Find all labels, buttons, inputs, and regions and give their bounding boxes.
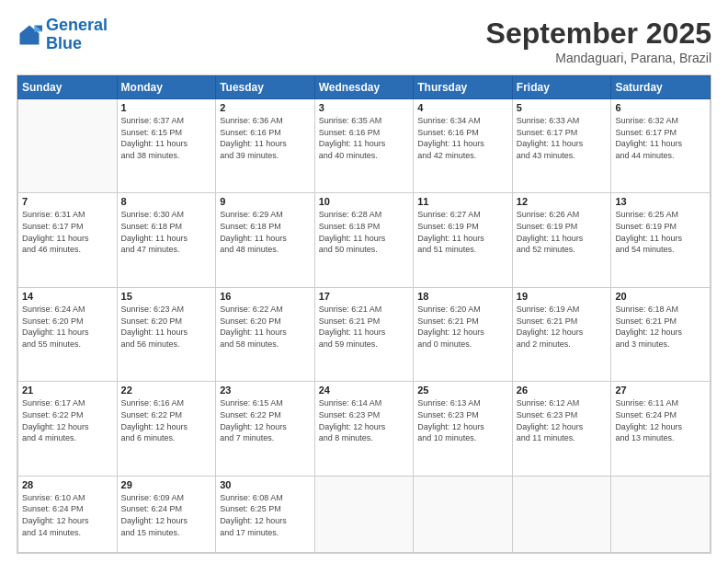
day-info: Sunrise: 6:31 AM Sunset: 6:17 PM Dayligh… (22, 209, 113, 255)
day-info: Sunrise: 6:23 AM Sunset: 6:20 PM Dayligh… (121, 304, 212, 350)
cell-1-4: 11Sunrise: 6:27 AM Sunset: 6:19 PM Dayli… (414, 193, 513, 287)
header-monday: Monday (117, 76, 216, 99)
cell-2-5: 19Sunrise: 6:19 AM Sunset: 6:21 PM Dayli… (512, 287, 611, 381)
day-number: 5 (517, 102, 608, 113)
day-info: Sunrise: 6:13 AM Sunset: 6:23 PM Dayligh… (417, 397, 508, 443)
day-info: Sunrise: 6:09 AM Sunset: 6:24 PM Dayligh… (121, 492, 212, 538)
day-number: 15 (121, 291, 212, 302)
day-number: 26 (517, 385, 608, 396)
cell-1-2: 9Sunrise: 6:29 AM Sunset: 6:18 PM Daylig… (216, 193, 315, 287)
day-number: 27 (615, 385, 706, 396)
header: General Blue September 2025 Mandaguari, … (17, 17, 711, 65)
cell-0-1: 1Sunrise: 6:37 AM Sunset: 6:15 PM Daylig… (117, 99, 216, 193)
day-number: 2 (220, 102, 311, 113)
header-thursday: Thursday (414, 76, 513, 99)
logo-line2: Blue (46, 34, 82, 52)
day-info: Sunrise: 6:14 AM Sunset: 6:23 PM Dayligh… (319, 397, 410, 443)
cell-1-6: 13Sunrise: 6:25 AM Sunset: 6:19 PM Dayli… (611, 193, 711, 287)
header-friday: Friday (512, 76, 611, 99)
cell-4-1: 29Sunrise: 6:09 AM Sunset: 6:24 PM Dayli… (117, 476, 216, 552)
day-number: 18 (417, 291, 508, 302)
title-block: September 2025 Mandaguari, Parana, Brazi… (486, 17, 711, 65)
day-number: 16 (220, 291, 311, 302)
day-number: 1 (121, 102, 212, 113)
day-info: Sunrise: 6:25 AM Sunset: 6:19 PM Dayligh… (615, 209, 706, 255)
cell-2-6: 20Sunrise: 6:18 AM Sunset: 6:21 PM Dayli… (611, 287, 711, 381)
day-number: 24 (319, 385, 410, 396)
month-title: September 2025 (486, 17, 711, 51)
cell-0-5: 5Sunrise: 6:33 AM Sunset: 6:17 PM Daylig… (512, 99, 611, 193)
page: General Blue September 2025 Mandaguari, … (0, 0, 728, 563)
day-info: Sunrise: 6:34 AM Sunset: 6:16 PM Dayligh… (417, 115, 508, 161)
day-info: Sunrise: 6:32 AM Sunset: 6:17 PM Dayligh… (615, 115, 706, 161)
cell-1-0: 7Sunrise: 6:31 AM Sunset: 6:17 PM Daylig… (18, 193, 118, 287)
day-info: Sunrise: 6:35 AM Sunset: 6:16 PM Dayligh… (319, 115, 410, 161)
logo-line1: General (46, 16, 108, 34)
cell-4-2: 30Sunrise: 6:08 AM Sunset: 6:25 PM Dayli… (216, 476, 315, 552)
cell-0-0 (18, 99, 118, 193)
day-number: 20 (615, 291, 706, 302)
day-number: 19 (517, 291, 608, 302)
day-info: Sunrise: 6:21 AM Sunset: 6:21 PM Dayligh… (319, 304, 410, 350)
logo-text: General Blue (46, 17, 108, 53)
day-number: 11 (417, 196, 508, 207)
day-number: 23 (220, 385, 311, 396)
cell-2-2: 16Sunrise: 6:22 AM Sunset: 6:20 PM Dayli… (216, 287, 315, 381)
cell-3-5: 26Sunrise: 6:12 AM Sunset: 6:23 PM Dayli… (512, 382, 611, 476)
cell-0-3: 3Sunrise: 6:35 AM Sunset: 6:16 PM Daylig… (314, 99, 414, 193)
day-info: Sunrise: 6:11 AM Sunset: 6:24 PM Dayligh… (615, 397, 706, 443)
cell-2-1: 15Sunrise: 6:23 AM Sunset: 6:20 PM Dayli… (117, 287, 216, 381)
day-info: Sunrise: 6:28 AM Sunset: 6:18 PM Dayligh… (319, 209, 410, 255)
cell-4-5 (512, 476, 611, 552)
day-number: 6 (615, 102, 706, 113)
day-number: 17 (319, 291, 410, 302)
cell-3-4: 25Sunrise: 6:13 AM Sunset: 6:23 PM Dayli… (414, 382, 513, 476)
cell-4-4 (414, 476, 513, 552)
weekday-header-row: Sunday Monday Tuesday Wednesday Thursday… (18, 76, 711, 99)
day-info: Sunrise: 6:20 AM Sunset: 6:21 PM Dayligh… (417, 304, 508, 350)
day-number: 3 (319, 102, 410, 113)
header-wednesday: Wednesday (314, 76, 414, 99)
day-info: Sunrise: 6:10 AM Sunset: 6:24 PM Dayligh… (22, 492, 113, 538)
day-info: Sunrise: 6:29 AM Sunset: 6:18 PM Dayligh… (220, 209, 311, 255)
cell-1-5: 12Sunrise: 6:26 AM Sunset: 6:19 PM Dayli… (512, 193, 611, 287)
cell-4-0: 28Sunrise: 6:10 AM Sunset: 6:24 PM Dayli… (18, 476, 118, 552)
day-number: 8 (121, 196, 212, 207)
cell-2-4: 18Sunrise: 6:20 AM Sunset: 6:21 PM Dayli… (414, 287, 513, 381)
day-number: 9 (220, 196, 311, 207)
day-number: 14 (22, 291, 113, 302)
day-number: 12 (517, 196, 608, 207)
week-row-4: 21Sunrise: 6:17 AM Sunset: 6:22 PM Dayli… (18, 382, 711, 476)
cell-3-3: 24Sunrise: 6:14 AM Sunset: 6:23 PM Dayli… (314, 382, 414, 476)
day-info: Sunrise: 6:17 AM Sunset: 6:22 PM Dayligh… (22, 397, 113, 443)
day-info: Sunrise: 6:30 AM Sunset: 6:18 PM Dayligh… (121, 209, 212, 255)
day-info: Sunrise: 6:12 AM Sunset: 6:23 PM Dayligh… (517, 397, 608, 443)
day-info: Sunrise: 6:08 AM Sunset: 6:25 PM Dayligh… (220, 492, 311, 538)
cell-2-0: 14Sunrise: 6:24 AM Sunset: 6:20 PM Dayli… (18, 287, 118, 381)
cell-4-3 (314, 476, 414, 552)
cell-4-6 (611, 476, 711, 552)
cell-0-4: 4Sunrise: 6:34 AM Sunset: 6:16 PM Daylig… (414, 99, 513, 193)
day-info: Sunrise: 6:15 AM Sunset: 6:22 PM Dayligh… (220, 397, 311, 443)
day-number: 28 (22, 479, 113, 490)
calendar: Sunday Monday Tuesday Wednesday Thursday… (17, 75, 711, 554)
day-info: Sunrise: 6:37 AM Sunset: 6:15 PM Dayligh… (121, 115, 212, 161)
day-info: Sunrise: 6:33 AM Sunset: 6:17 PM Dayligh… (517, 115, 608, 161)
day-number: 30 (220, 479, 311, 490)
logo-icon (17, 22, 42, 48)
cell-3-0: 21Sunrise: 6:17 AM Sunset: 6:22 PM Dayli… (18, 382, 118, 476)
day-info: Sunrise: 6:27 AM Sunset: 6:19 PM Dayligh… (417, 209, 508, 255)
day-info: Sunrise: 6:36 AM Sunset: 6:16 PM Dayligh… (220, 115, 311, 161)
cell-0-2: 2Sunrise: 6:36 AM Sunset: 6:16 PM Daylig… (216, 99, 315, 193)
header-sunday: Sunday (18, 76, 118, 99)
cell-3-2: 23Sunrise: 6:15 AM Sunset: 6:22 PM Dayli… (216, 382, 315, 476)
day-info: Sunrise: 6:19 AM Sunset: 6:21 PM Dayligh… (517, 304, 608, 350)
week-row-5: 28Sunrise: 6:10 AM Sunset: 6:24 PM Dayli… (18, 476, 711, 552)
cell-3-1: 22Sunrise: 6:16 AM Sunset: 6:22 PM Dayli… (117, 382, 216, 476)
day-number: 10 (319, 196, 410, 207)
day-number: 25 (417, 385, 508, 396)
day-number: 21 (22, 385, 113, 396)
cell-2-3: 17Sunrise: 6:21 AM Sunset: 6:21 PM Dayli… (314, 287, 414, 381)
header-tuesday: Tuesday (216, 76, 315, 99)
logo: General Blue (17, 17, 108, 53)
